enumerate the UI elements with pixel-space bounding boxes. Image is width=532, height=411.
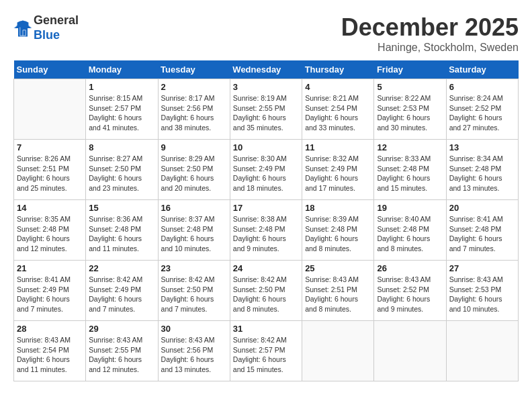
calendar-cell: 18Sunrise: 8:39 AMSunset: 2:48 PMDayligh… [302,200,374,261]
calendar-cell: 27Sunrise: 8:43 AMSunset: 2:53 PMDayligh… [446,261,518,321]
day-info: Sunrise: 8:34 AMSunset: 2:48 PMDaylight:… [449,154,515,193]
day-number: 18 [305,203,371,213]
day-number: 29 [89,324,154,334]
calendar-cell [14,79,86,140]
calendar-cell: 20Sunrise: 8:41 AMSunset: 2:48 PMDayligh… [446,200,518,261]
page-header: General Blue December 2025 Haninge, Stoc… [13,13,519,54]
day-info: Sunrise: 8:43 AMSunset: 2:55 PMDaylight:… [89,335,154,375]
day-number: 19 [377,203,443,213]
calendar-table: SundayMondayTuesdayWednesdayThursdayFrid… [13,60,519,381]
calendar-cell: 14Sunrise: 8:35 AMSunset: 2:48 PMDayligh… [14,200,86,261]
day-info: Sunrise: 8:36 AMSunset: 2:48 PMDaylight:… [89,214,154,254]
calendar-week-row: 28Sunrise: 8:43 AMSunset: 2:54 PMDayligh… [14,321,519,381]
day-info: Sunrise: 8:43 AMSunset: 2:56 PMDaylight:… [161,335,227,375]
day-info: Sunrise: 8:41 AMSunset: 2:48 PMDaylight:… [449,214,515,254]
logo-blue-text: Blue [34,28,60,42]
calendar-cell: 4Sunrise: 8:21 AMSunset: 2:54 PMDaylight… [302,79,374,140]
calendar-cell: 17Sunrise: 8:38 AMSunset: 2:48 PMDayligh… [230,200,302,261]
calendar-cell: 8Sunrise: 8:27 AMSunset: 2:50 PMDaylight… [86,140,158,200]
day-number: 30 [161,324,227,334]
month-title: December 2025 [341,13,519,42]
calendar-week-row: 14Sunrise: 8:35 AMSunset: 2:48 PMDayligh… [14,200,519,261]
day-number: 23 [161,263,227,273]
logo-icon [13,19,32,38]
day-info: Sunrise: 8:21 AMSunset: 2:54 PMDaylight:… [305,93,371,133]
day-info: Sunrise: 8:38 AMSunset: 2:48 PMDaylight:… [233,214,299,254]
calendar-cell: 30Sunrise: 8:43 AMSunset: 2:56 PMDayligh… [158,321,230,381]
calendar-week-row: 7Sunrise: 8:26 AMSunset: 2:51 PMDaylight… [14,140,519,200]
calendar-cell: 25Sunrise: 8:43 AMSunset: 2:51 PMDayligh… [302,261,374,321]
day-info: Sunrise: 8:43 AMSunset: 2:54 PMDaylight:… [17,335,83,375]
day-number: 15 [89,203,154,213]
calendar-cell: 2Sunrise: 8:17 AMSunset: 2:56 PMDaylight… [158,79,230,140]
day-info: Sunrise: 8:24 AMSunset: 2:52 PMDaylight:… [449,93,515,133]
calendar-cell: 19Sunrise: 8:40 AMSunset: 2:48 PMDayligh… [374,200,446,261]
day-number: 20 [449,203,515,213]
day-info: Sunrise: 8:19 AMSunset: 2:55 PMDaylight:… [233,93,299,133]
day-number: 24 [233,263,299,273]
day-number: 27 [449,263,515,273]
calendar-cell: 1Sunrise: 8:15 AMSunset: 2:57 PMDaylight… [86,79,158,140]
day-info: Sunrise: 8:39 AMSunset: 2:48 PMDaylight:… [305,214,371,254]
day-number: 31 [233,324,299,334]
day-info: Sunrise: 8:30 AMSunset: 2:49 PMDaylight:… [233,154,299,193]
header-monday: Monday [86,60,158,79]
day-number: 28 [17,324,83,334]
day-info: Sunrise: 8:27 AMSunset: 2:50 PMDaylight:… [89,154,154,193]
day-info: Sunrise: 8:22 AMSunset: 2:53 PMDaylight:… [377,93,443,133]
calendar-cell: 21Sunrise: 8:41 AMSunset: 2:49 PMDayligh… [14,261,86,321]
day-number: 14 [17,203,83,213]
calendar-cell: 16Sunrise: 8:37 AMSunset: 2:48 PMDayligh… [158,200,230,261]
day-number: 6 [449,82,515,92]
day-info: Sunrise: 8:40 AMSunset: 2:48 PMDaylight:… [377,214,443,254]
calendar-cell: 29Sunrise: 8:43 AMSunset: 2:55 PMDayligh… [86,321,158,381]
calendar-cell [446,321,518,381]
day-number: 1 [89,82,154,92]
day-info: Sunrise: 8:29 AMSunset: 2:50 PMDaylight:… [161,154,227,193]
header-friday: Friday [374,60,446,79]
day-number: 25 [305,263,371,273]
day-number: 21 [17,263,83,273]
day-info: Sunrise: 8:35 AMSunset: 2:48 PMDaylight:… [17,214,83,254]
day-number: 7 [17,142,83,152]
day-number: 13 [449,142,515,152]
calendar-cell: 26Sunrise: 8:43 AMSunset: 2:52 PMDayligh… [374,261,446,321]
day-number: 4 [305,82,371,92]
day-number: 17 [233,203,299,213]
calendar-cell: 28Sunrise: 8:43 AMSunset: 2:54 PMDayligh… [14,321,86,381]
day-number: 8 [89,142,154,152]
calendar-cell: 9Sunrise: 8:29 AMSunset: 2:50 PMDaylight… [158,140,230,200]
day-info: Sunrise: 8:42 AMSunset: 2:57 PMDaylight:… [233,335,299,375]
day-number: 5 [377,82,443,92]
calendar-cell: 10Sunrise: 8:30 AMSunset: 2:49 PMDayligh… [230,140,302,200]
day-number: 16 [161,203,227,213]
header-wednesday: Wednesday [230,60,302,79]
day-info: Sunrise: 8:43 AMSunset: 2:52 PMDaylight:… [377,275,443,314]
day-info: Sunrise: 8:42 AMSunset: 2:49 PMDaylight:… [89,275,154,314]
title-block: December 2025 Haninge, Stockholm, Sweden [341,13,519,54]
logo: General Blue [13,13,79,42]
calendar-week-row: 1Sunrise: 8:15 AMSunset: 2:57 PMDaylight… [14,79,519,140]
day-number: 26 [377,263,443,273]
day-info: Sunrise: 8:26 AMSunset: 2:51 PMDaylight:… [17,154,83,193]
header-saturday: Saturday [446,60,518,79]
header-thursday: Thursday [302,60,374,79]
calendar-cell: 3Sunrise: 8:19 AMSunset: 2:55 PMDaylight… [230,79,302,140]
day-number: 9 [161,142,227,152]
calendar-cell: 23Sunrise: 8:42 AMSunset: 2:50 PMDayligh… [158,261,230,321]
day-info: Sunrise: 8:43 AMSunset: 2:51 PMDaylight:… [305,275,371,314]
calendar-cell: 15Sunrise: 8:36 AMSunset: 2:48 PMDayligh… [86,200,158,261]
day-info: Sunrise: 8:42 AMSunset: 2:50 PMDaylight:… [161,275,227,314]
day-info: Sunrise: 8:33 AMSunset: 2:48 PMDaylight:… [377,154,443,193]
location: Haninge, Stockholm, Sweden [341,42,519,54]
day-number: 11 [305,142,371,152]
calendar-cell [374,321,446,381]
day-number: 3 [233,82,299,92]
calendar-week-row: 21Sunrise: 8:41 AMSunset: 2:49 PMDayligh… [14,261,519,321]
logo-general-text: General [34,13,79,27]
day-number: 10 [233,142,299,152]
header-sunday: Sunday [14,60,86,79]
day-number: 2 [161,82,227,92]
day-info: Sunrise: 8:42 AMSunset: 2:50 PMDaylight:… [233,275,299,314]
day-number: 12 [377,142,443,152]
